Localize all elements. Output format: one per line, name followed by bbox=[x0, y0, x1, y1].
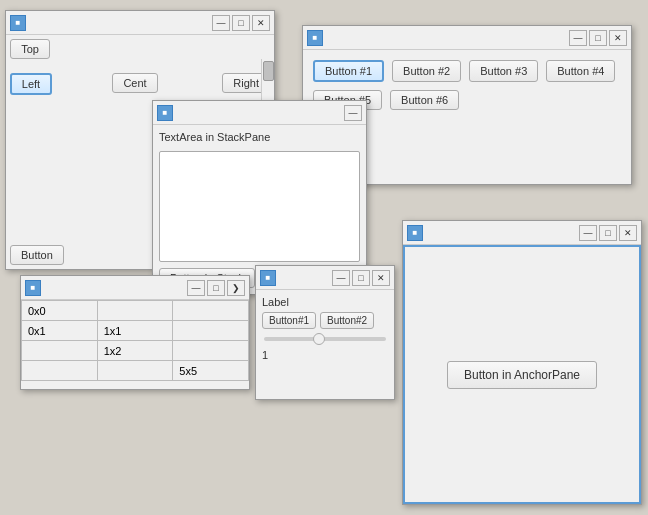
grid-maximize-button[interactable]: □ bbox=[207, 280, 225, 296]
gridpane-content: 0x0 0x1 1x1 1x2 5x5 bbox=[21, 300, 249, 389]
cell-1-0: 0x1 bbox=[22, 321, 98, 341]
flow-button-1[interactable]: Button #1 bbox=[313, 60, 384, 82]
flow-minimize-button[interactable]: — bbox=[569, 30, 587, 46]
cell-0-2 bbox=[173, 301, 249, 321]
app-icon-stack: ■ bbox=[157, 105, 173, 121]
anchor-minimize-button[interactable]: — bbox=[579, 225, 597, 241]
app-icon: ■ bbox=[10, 15, 26, 31]
flow-button-2[interactable]: Button #2 bbox=[392, 60, 461, 82]
flow-close-button[interactable]: ✕ bbox=[609, 30, 627, 46]
top-button[interactable]: Top bbox=[10, 39, 50, 59]
table-row: 0x1 1x1 bbox=[22, 321, 249, 341]
flow-button-4[interactable]: Button #4 bbox=[546, 60, 615, 82]
app-icon-flow: ■ bbox=[307, 30, 323, 46]
cell-0-1 bbox=[97, 301, 173, 321]
app-icon-hbox: ■ bbox=[260, 270, 276, 286]
table-row: 0x0 bbox=[22, 301, 249, 321]
anchorpane-content: Button in AnchorPane bbox=[403, 245, 641, 504]
flowpane-titlebar-controls: — □ ✕ bbox=[569, 30, 627, 46]
cell-1-2 bbox=[173, 321, 249, 341]
hbox-window: ■ — □ ✕ Label Button#1 Button#2 1 bbox=[255, 265, 395, 400]
hbox-button2[interactable]: Button#2 bbox=[320, 312, 374, 329]
bp-left-region: Left bbox=[6, 69, 56, 235]
cell-2-1: 1x2 bbox=[97, 341, 173, 361]
anchor-button[interactable]: Button in AnchorPane bbox=[447, 361, 597, 389]
grid-minimize-button[interactable]: — bbox=[187, 280, 205, 296]
borderpane-titlebar: ■ — □ ✕ bbox=[6, 11, 274, 35]
minimize-button[interactable]: — bbox=[212, 15, 230, 31]
stack-textarea[interactable] bbox=[159, 151, 360, 262]
close-button[interactable]: ✕ bbox=[252, 15, 270, 31]
slider-thumb[interactable] bbox=[313, 333, 325, 345]
table-row: 1x2 bbox=[22, 341, 249, 361]
stack-minimize-button[interactable]: — bbox=[344, 105, 362, 121]
gridpane-window: ■ — □ ❯ 0x0 0x1 1x1 bbox=[20, 275, 250, 390]
flowpane-titlebar: ■ — □ ✕ bbox=[303, 26, 631, 50]
titlebar-controls: — □ ✕ bbox=[212, 15, 270, 31]
hbox-titlebar-controls: — □ ✕ bbox=[332, 270, 390, 286]
textarea-label: TextArea in StackPane bbox=[159, 131, 270, 143]
flow-maximize-button[interactable]: □ bbox=[589, 30, 607, 46]
anchor-maximize-button[interactable]: □ bbox=[599, 225, 617, 241]
gridpane-titlebar: ■ — □ ❯ bbox=[21, 276, 249, 300]
hbox-maximize-button[interactable]: □ bbox=[352, 270, 370, 286]
grid-resize-button[interactable]: ❯ bbox=[227, 280, 245, 296]
hbox-content: Label Button#1 Button#2 1 bbox=[256, 290, 394, 367]
anchor-close-button[interactable]: ✕ bbox=[619, 225, 637, 241]
center-button[interactable]: Cent bbox=[112, 73, 157, 93]
grid-table: 0x0 0x1 1x1 1x2 5x5 bbox=[21, 300, 249, 381]
cell-0-0: 0x0 bbox=[22, 301, 98, 321]
hbox-button1[interactable]: Button#1 bbox=[262, 312, 316, 329]
flow-button-6[interactable]: Button #6 bbox=[390, 90, 459, 110]
cell-3-0 bbox=[22, 361, 98, 381]
anchorpane-titlebar-controls: — □ ✕ bbox=[579, 225, 637, 241]
slider-value: 1 bbox=[262, 349, 388, 361]
flow-button-3[interactable]: Button #3 bbox=[469, 60, 538, 82]
hbox-buttons-row: Button#1 Button#2 bbox=[262, 312, 388, 329]
maximize-button[interactable]: □ bbox=[232, 15, 250, 31]
anchorpane-window: ■ — □ ✕ Button in AnchorPane bbox=[402, 220, 642, 505]
cell-1-1: 1x1 bbox=[97, 321, 173, 341]
hbox-minimize-button[interactable]: — bbox=[332, 270, 350, 286]
app-icon-anchor: ■ bbox=[407, 225, 423, 241]
slider-track bbox=[264, 337, 386, 341]
stackpane-titlebar: ■ — bbox=[153, 101, 366, 125]
app-icon-grid: ■ bbox=[25, 280, 41, 296]
left-button[interactable]: Left bbox=[10, 73, 52, 95]
cell-2-2 bbox=[173, 341, 249, 361]
slider-container bbox=[262, 333, 388, 345]
stackpane-titlebar-controls: — bbox=[344, 105, 362, 121]
cell-3-1 bbox=[97, 361, 173, 381]
hbox-close-button[interactable]: ✕ bbox=[372, 270, 390, 286]
gridpane-titlebar-controls: — □ ❯ bbox=[187, 280, 245, 296]
cell-3-2: 5x5 bbox=[173, 361, 249, 381]
table-row: 5x5 bbox=[22, 361, 249, 381]
cell-2-0 bbox=[22, 341, 98, 361]
anchorpane-titlebar: ■ — □ ✕ bbox=[403, 221, 641, 245]
hbox-label: Label bbox=[262, 296, 388, 308]
bp-top-region: Top bbox=[6, 35, 274, 69]
bottom-button[interactable]: Button bbox=[10, 245, 64, 265]
hbox-titlebar: ■ — □ ✕ bbox=[256, 266, 394, 290]
